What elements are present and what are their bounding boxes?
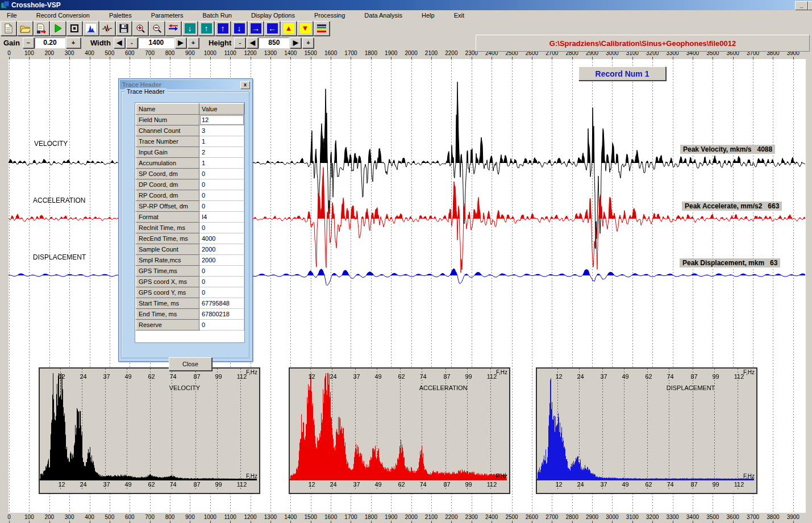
spectrum-tick-label: 74 xyxy=(667,481,673,488)
menu-item-help[interactable]: Help xyxy=(416,11,440,20)
spectrum-button[interactable] xyxy=(83,21,99,36)
ruler-tick-label: 0 xyxy=(7,50,11,56)
header-field-value[interactable]: 0 xyxy=(199,201,244,212)
header-field-value[interactable]: 67795848 xyxy=(199,298,244,309)
ruler-tick-label: 2800 xyxy=(566,514,578,520)
ruler-tick xyxy=(532,521,532,523)
header-field-value[interactable]: 0 xyxy=(199,320,244,330)
scroll-up-button[interactable]: ↑ xyxy=(215,21,231,36)
header-field-value[interactable]: I4 xyxy=(199,212,244,223)
minimize-button[interactable]: _ xyxy=(795,1,808,10)
palette-button[interactable] xyxy=(314,21,330,36)
height-minus-button[interactable]: - xyxy=(234,37,245,48)
header-field-value[interactable]: 0 xyxy=(199,169,244,179)
header-field-value[interactable]: 2000 xyxy=(199,244,244,255)
shift-trace-down-button[interactable]: ↓ xyxy=(182,21,198,36)
ruler-tick-label: 1100 xyxy=(224,514,236,520)
width-minus-button[interactable]: - xyxy=(126,37,138,48)
menu-item-data-analysis[interactable]: Data Analysis xyxy=(359,11,408,20)
header-field-value[interactable]: 2000 xyxy=(199,255,244,266)
height-plus-button[interactable]: + xyxy=(302,37,314,48)
swap-traces-button[interactable] xyxy=(165,21,181,36)
menu-item-exit[interactable]: Exit xyxy=(448,11,470,20)
menu-item-parameters[interactable]: Parameters xyxy=(145,11,189,20)
close-button[interactable]: Close xyxy=(169,357,212,371)
amplitude-down-button[interactable]: ▼ xyxy=(297,21,313,36)
waveform-button[interactable] xyxy=(99,21,115,36)
header-field-value[interactable]: 0 xyxy=(199,277,244,287)
spectrum-tick-label: 37 xyxy=(600,373,607,380)
ruler-tick-label: 2400 xyxy=(485,514,498,520)
stop-button[interactable] xyxy=(66,21,82,36)
peak-displacement-label: Peak Displacement, mkm63 xyxy=(680,258,780,267)
ruler-tick xyxy=(472,521,472,523)
header-field-value[interactable]: 0 xyxy=(199,223,244,233)
header-field-value[interactable]: 12 xyxy=(199,115,244,125)
ruler-tick-label: 3200 xyxy=(646,514,659,520)
header-field-value[interactable]: 1 xyxy=(199,158,244,169)
ruler-tick xyxy=(331,521,331,523)
open-file-button[interactable] xyxy=(17,21,33,36)
down-arrow-icon: ↓ xyxy=(185,23,195,34)
width-value[interactable]: 1400 xyxy=(138,37,174,48)
spectrum-tick-label: 74 xyxy=(419,373,426,380)
header-field-value[interactable]: 0 xyxy=(199,287,244,298)
spectrum-tick-label: 12 xyxy=(308,481,315,488)
ruler-tick xyxy=(673,521,673,523)
height-label: Height xyxy=(209,39,231,47)
save-button[interactable] xyxy=(116,21,132,36)
shift-trace-up-button[interactable]: ↑ xyxy=(198,21,214,36)
height-left-button[interactable]: ◀ xyxy=(247,37,258,48)
scroll-left-button[interactable]: ← xyxy=(264,21,280,36)
ruler-tick-label: 3600 xyxy=(727,514,739,520)
spectrum-tick-label: 99 xyxy=(215,373,222,380)
ruler-tick xyxy=(733,521,734,523)
velocity-spectrum-title: VELOCITY xyxy=(169,384,200,391)
toolbar: ↓ ↑ ↑ ↓ → ← ▲ ▼ xyxy=(0,20,812,36)
menu-item-batch-run[interactable]: Batch Run xyxy=(197,11,238,20)
header-field-value[interactable]: 2 xyxy=(199,147,244,158)
width-plus-button[interactable]: + xyxy=(188,37,199,48)
menu-item-processing[interactable]: Processing xyxy=(309,11,351,20)
left-arrow-icon: ← xyxy=(267,23,278,34)
new-record-button[interactable] xyxy=(1,21,16,36)
ruler-tick-label: 2700 xyxy=(546,514,558,520)
zoom-out-button[interactable] xyxy=(149,21,165,36)
header-field-name: RecInit Time, ms xyxy=(136,223,199,233)
header-field-value[interactable]: 0 xyxy=(199,266,244,277)
gain-minus-button[interactable]: – xyxy=(23,37,34,48)
header-field-value[interactable]: 4000 xyxy=(199,233,244,244)
play-button[interactable] xyxy=(50,21,66,36)
header-field-name: Field Num xyxy=(136,115,199,125)
header-field-value[interactable]: 0 xyxy=(199,190,244,201)
amplitude-up-button[interactable]: ▲ xyxy=(281,21,297,36)
header-field-value[interactable]: 0 xyxy=(199,179,244,190)
header-field-value[interactable]: 3 xyxy=(199,125,244,136)
ruler-tick-label: 1700 xyxy=(344,514,357,520)
scroll-right-button[interactable]: → xyxy=(248,21,264,36)
width-left-button[interactable]: ◀ xyxy=(114,37,125,48)
dialog-close-icon[interactable]: x xyxy=(240,81,250,89)
height-value[interactable]: 850 xyxy=(259,37,289,48)
spectrum-tick-label: 49 xyxy=(622,481,628,488)
ruler-tick xyxy=(351,521,351,523)
ruler-tick xyxy=(110,521,110,523)
header-field-value[interactable]: 1 xyxy=(199,136,244,147)
title-bar[interactable]: Crosshole-VSP _ □ xyxy=(0,0,812,10)
menu-item-record-conversion[interactable]: Record Conversion xyxy=(31,11,95,20)
menu-item-palettes[interactable]: Palettes xyxy=(103,11,138,20)
scroll-down-button[interactable]: ↓ xyxy=(231,21,247,36)
ruler-tick xyxy=(793,521,794,523)
menu-item-file[interactable]: File xyxy=(1,11,23,20)
ruler-tick xyxy=(512,521,513,523)
convert-record-button[interactable] xyxy=(34,21,49,36)
maximize-button[interactable]: □ xyxy=(808,1,812,10)
gain-plus-button[interactable]: + xyxy=(66,37,81,48)
menu-item-display-options[interactable]: Display Options xyxy=(245,11,301,20)
gain-value[interactable]: 0.20 xyxy=(35,37,65,48)
ruler-tick xyxy=(290,521,291,523)
header-field-value[interactable]: 67800218 xyxy=(199,309,244,320)
width-right-button[interactable]: ▶ xyxy=(175,37,186,48)
height-right-button[interactable]: ▶ xyxy=(290,37,301,48)
zoom-in-button[interactable] xyxy=(132,21,148,36)
